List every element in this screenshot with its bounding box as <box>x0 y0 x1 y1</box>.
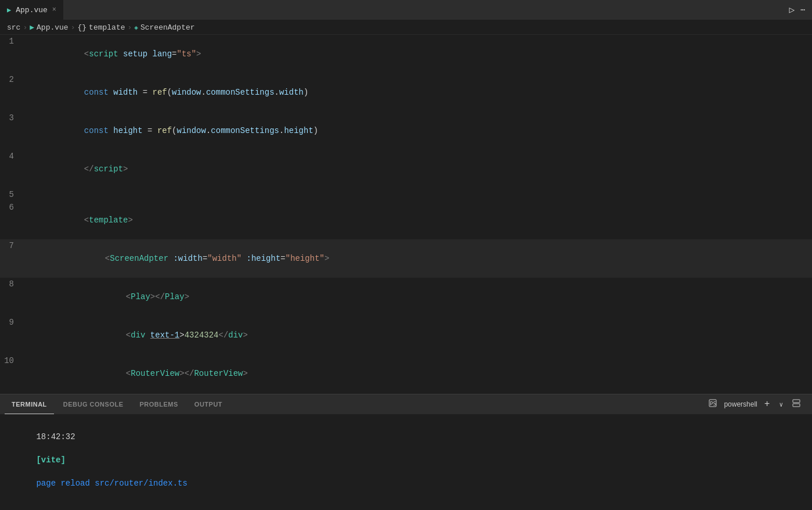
run-icon[interactable]: ▷ <box>789 4 795 16</box>
line-number: 4 <box>0 150 23 188</box>
tab-bar-right: ▷ ⋯ <box>789 4 812 16</box>
breadcrumb: src › ▶ App.vue › {} template › ◈ Screen… <box>0 20 812 35</box>
terminal-log-message: page reload src/router/index.ts <box>36 479 187 488</box>
table-row: 10 <RouterView></RouterView> <box>0 354 812 393</box>
terminal-tabs: TERMINAL DEBUG CONSOLE PROBLEMS OUTPUT P… <box>0 394 812 415</box>
add-terminal-button[interactable]: + <box>762 398 773 411</box>
svg-rect-2 <box>793 400 800 403</box>
svg-rect-3 <box>793 404 800 407</box>
line-code[interactable]: </script> <box>23 150 812 188</box>
component-icon: ◈ <box>134 24 138 31</box>
terminal-vite-label: [vite] <box>36 455 65 465</box>
maximize-panel-button[interactable] <box>790 398 803 411</box>
app-vue-tab[interactable]: ▶ App.vue × <box>0 0 64 20</box>
terminal-line-vite: 18:42:32 [vite] page reload src/router/i… <box>7 419 805 501</box>
line-number: 1 <box>0 35 23 73</box>
tab-problems[interactable]: PROBLEMS <box>133 394 185 414</box>
vue-file-icon: ▶ <box>30 23 34 32</box>
line-code[interactable] <box>23 188 812 201</box>
line-code[interactable]: const width = ref(window.commonSettings.… <box>23 73 812 112</box>
line-number: 3 <box>0 112 23 150</box>
breadcrumb-app-vue[interactable]: App.vue <box>37 23 68 32</box>
breadcrumb-template[interactable]: template <box>89 23 125 32</box>
line-code[interactable]: <template> <box>23 201 812 239</box>
table-row: 7 <ScreenAdpter :width="width" :height="… <box>0 239 812 278</box>
terminal-content[interactable]: 18:42:32 [vite] page reload src/router/i… <box>0 415 812 510</box>
terminal-shell-icon: PS <box>706 398 719 411</box>
vue-icon: ▶ <box>7 6 11 15</box>
breadcrumb-screen-adpter[interactable]: ScreenAdpter <box>140 23 195 32</box>
breadcrumb-sep3: › <box>128 23 132 32</box>
tab-label: App.vue <box>16 6 48 15</box>
tab-debug-console[interactable]: DEBUG CONSOLE <box>56 394 131 414</box>
table-row: 5 <box>0 188 812 201</box>
table-row: 2 const width = ref(window.commonSetting… <box>0 73 812 112</box>
line-number: 8 <box>0 278 23 316</box>
line-number: 10 <box>0 354 23 393</box>
line-number: 5 <box>0 188 23 201</box>
line-code[interactable]: <div text-1>4324324</div> <box>23 316 812 354</box>
code-container[interactable]: 1 <script setup lang="ts"> 2 const width… <box>0 35 812 394</box>
braces-icon: {} <box>77 23 86 32</box>
tab-terminal[interactable]: TERMINAL <box>5 394 54 414</box>
tab-output[interactable]: OUTPUT <box>187 394 229 414</box>
table-row: 1 <script setup lang="ts"> <box>0 35 812 73</box>
shell-label: powershell <box>724 400 757 408</box>
breadcrumb-src[interactable]: src <box>7 23 20 32</box>
tab-bar-left: ▶ App.vue × <box>0 0 64 20</box>
editor-area: 1 <script setup lang="ts"> 2 const width… <box>0 35 812 394</box>
table-row: 9 <div text-1>4324324</div> <box>0 316 812 354</box>
line-code[interactable]: const height = ref(window.commonSettings… <box>23 112 812 150</box>
breadcrumb-sep1: › <box>23 23 27 32</box>
line-number: 7 <box>0 239 23 278</box>
line-code[interactable]: <ScreenAdpter :width="width" :height="he… <box>23 239 812 278</box>
line-code[interactable]: <Play></Play> <box>23 278 812 316</box>
table-row: 3 const height = ref(window.commonSettin… <box>0 112 812 150</box>
breadcrumb-sep2: › <box>71 23 75 32</box>
line-code[interactable]: <RouterView></RouterView> <box>23 354 812 393</box>
terminal-timestamp: 18:42:32 <box>36 432 75 441</box>
split-editor-icon[interactable]: ⋯ <box>800 5 805 15</box>
table-row: 6 <template> <box>0 201 812 239</box>
tab-close-button[interactable]: × <box>52 6 56 14</box>
code-table: 1 <script setup lang="ts"> 2 const width… <box>0 35 812 394</box>
svg-text:PS: PS <box>710 401 716 407</box>
line-code[interactable]: <script setup lang="ts"> <box>23 35 812 73</box>
tab-bar: ▶ App.vue × ▷ ⋯ <box>0 0 812 20</box>
table-row: 4 </script> <box>0 150 812 188</box>
line-number: 9 <box>0 316 23 354</box>
terminal-tabs-left: TERMINAL DEBUG CONSOLE PROBLEMS OUTPUT <box>5 394 229 414</box>
line-number: 6 <box>0 201 23 239</box>
terminal-tabs-right: PS powershell + ∨ <box>706 398 807 411</box>
terminal-panel: TERMINAL DEBUG CONSOLE PROBLEMS OUTPUT P… <box>0 394 812 510</box>
table-row: 8 <Play></Play> <box>0 278 812 316</box>
terminal-dropdown-button[interactable]: ∨ <box>777 400 785 410</box>
terminal-line-history: * History restored <box>7 501 805 510</box>
line-number: 2 <box>0 73 23 112</box>
